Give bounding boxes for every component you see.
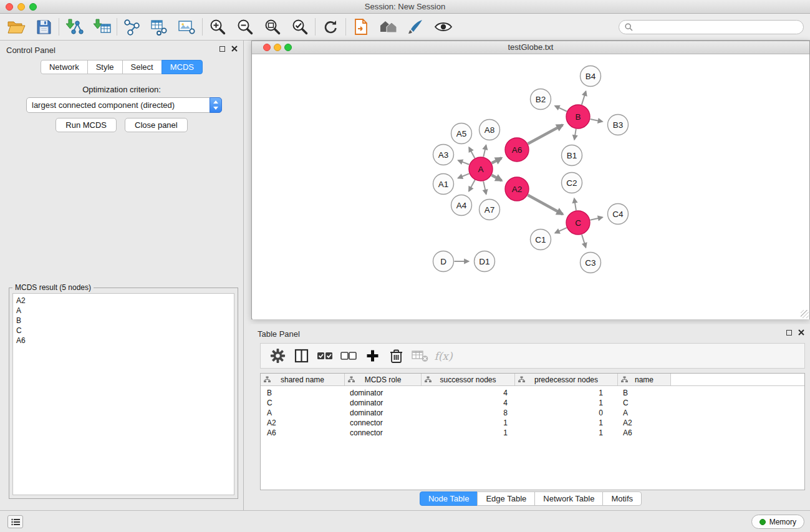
graph-node-A2[interactable]: A2	[505, 177, 529, 201]
table-cell[interactable]: 1	[515, 428, 618, 438]
table-cell[interactable]: A2	[618, 418, 671, 428]
table-cell[interactable]: C	[618, 398, 671, 408]
graph-node-B4[interactable]: B4	[581, 66, 601, 87]
graph-node-A6[interactable]: A6	[505, 138, 529, 162]
graph-node-A3[interactable]: A3	[433, 145, 454, 165]
zoom-fit-button[interactable]	[259, 16, 286, 38]
new-network-button[interactable]	[118, 16, 146, 38]
graph-edge-B-B2[interactable]	[555, 106, 567, 112]
graph-edge-A-A7[interactable]	[483, 181, 486, 195]
graph-edge-A6-B[interactable]	[528, 125, 563, 143]
mcds-result-item[interactable]: A2	[16, 296, 231, 306]
criterion-dropdown[interactable]: largest connected component (directed)	[26, 97, 222, 113]
select-all-columns-button[interactable]	[313, 346, 337, 367]
import-network-button[interactable]	[60, 16, 88, 38]
table-row[interactable]: Adominator80A	[261, 408, 804, 418]
graph-edge-A-A1[interactable]	[458, 173, 470, 178]
close-window-button[interactable]	[6, 3, 13, 11]
delete-table-button[interactable]	[408, 346, 432, 367]
show-columns-button[interactable]	[289, 346, 313, 367]
tab-network-table[interactable]: Network Table	[534, 491, 603, 506]
graph-node-A[interactable]: A	[469, 157, 493, 181]
column-header-mcds-role[interactable]: MCDS role	[345, 374, 422, 385]
column-header-predecessor-nodes[interactable]: predecessor nodes	[515, 374, 618, 385]
table-row[interactable]: Cdominator41C	[261, 398, 804, 408]
export-image-button[interactable]	[173, 16, 201, 38]
graph-node-A4[interactable]: A4	[451, 195, 472, 216]
graph-edge-A-A6[interactable]	[492, 158, 502, 163]
graph-edge-C-C3[interactable]	[582, 235, 586, 248]
table-cell[interactable]: A2	[261, 418, 345, 428]
graph-node-C2[interactable]: C2	[562, 173, 582, 193]
column-header-successor-nodes[interactable]: successor nodes	[422, 374, 515, 385]
graph-node-B1[interactable]: B1	[562, 145, 582, 166]
add-row-button[interactable]	[360, 346, 384, 367]
graph-node-B3[interactable]: B3	[608, 115, 629, 135]
table-cell[interactable]: dominator	[345, 388, 422, 398]
style-brush-button[interactable]	[402, 16, 430, 38]
float-panel-icon[interactable]	[219, 46, 225, 52]
save-session-button[interactable]	[30, 16, 57, 38]
close-panel-icon[interactable]	[231, 46, 238, 52]
graph-edge-B-B1[interactable]	[574, 129, 576, 140]
memory-button[interactable]: Memory	[751, 515, 804, 529]
table-cell[interactable]: A6	[261, 428, 345, 438]
graph-node-C3[interactable]: C3	[581, 253, 601, 273]
table-cell[interactable]: C	[261, 398, 345, 408]
run-mcds-button[interactable]: Run MCDS	[55, 118, 117, 132]
table-cell[interactable]: A	[618, 408, 671, 418]
graph-edge-C-C1[interactable]	[555, 228, 567, 233]
zoom-in-button[interactable]	[204, 16, 231, 38]
tab-edge-table[interactable]: Edge Table	[477, 491, 535, 506]
table-cell[interactable]: 4	[422, 388, 515, 398]
network-table-button[interactable]	[146, 16, 173, 38]
apply-layout-button[interactable]	[317, 16, 344, 38]
network-canvas[interactable]: AA1A2A3A4A5A6A7A8BB1B2B3B4CC1C2C3C4DD1	[253, 55, 809, 319]
graph-edge-A-A2[interactable]	[492, 175, 502, 181]
zoom-selected-button[interactable]	[286, 16, 314, 38]
table-cell[interactable]: 1	[515, 398, 618, 408]
network-window-titlebar[interactable]: testGlobe.txt	[252, 41, 809, 54]
table-cell[interactable]: A6	[618, 428, 671, 438]
table-row[interactable]: A6connector11A6	[261, 428, 804, 438]
table-cell[interactable]: dominator	[345, 408, 422, 418]
graph-edge-C-C4[interactable]	[591, 217, 603, 220]
zoom-window-button[interactable]	[29, 3, 37, 11]
graph-node-A8[interactable]: A8	[480, 120, 500, 140]
table-cell[interactable]: B	[618, 388, 671, 398]
graph-edge-A2-C[interactable]	[528, 195, 563, 215]
tab-network[interactable]: Network	[41, 60, 88, 74]
table-cell[interactable]: dominator	[345, 398, 422, 408]
minimize-network-window-button[interactable]	[274, 44, 281, 51]
mcds-result-item[interactable]: A	[16, 306, 231, 316]
mcds-result-list[interactable]: A2ABCA6	[12, 293, 234, 495]
search-field[interactable]	[619, 20, 804, 34]
table-cell[interactable]: 1	[515, 388, 618, 398]
table-cell[interactable]: connector	[345, 418, 422, 428]
graph-node-A5[interactable]: A5	[451, 123, 472, 144]
table-cell[interactable]: 8	[422, 408, 515, 418]
open-document-button[interactable]	[347, 16, 375, 38]
graph-edge-A-A5[interactable]	[469, 147, 475, 158]
graph-node-C4[interactable]: C4	[608, 204, 629, 225]
tab-style[interactable]: Style	[87, 60, 123, 74]
float-panel-icon[interactable]	[786, 330, 792, 336]
graph-edge-A-A4[interactable]	[469, 180, 475, 191]
zoom-out-button[interactable]	[231, 16, 259, 38]
table-cell[interactable]: A	[261, 408, 345, 418]
open-session-button[interactable]	[2, 16, 30, 38]
table-settings-button[interactable]	[266, 346, 289, 367]
graph-node-D1[interactable]: D1	[475, 251, 495, 272]
close-panel-button[interactable]: Close panel	[125, 118, 188, 132]
table-cell[interactable]: 0	[515, 408, 618, 418]
tab-select[interactable]: Select	[122, 60, 162, 74]
table-row[interactable]: Bdominator41B	[261, 388, 804, 398]
tab-node-table[interactable]: Node Table	[420, 491, 478, 506]
table-cell[interactable]: 1	[422, 428, 515, 438]
show-hide-button[interactable]	[430, 16, 457, 38]
mcds-result-item[interactable]: A6	[16, 336, 231, 346]
graph-edge-A-A3[interactable]	[458, 160, 470, 165]
deselect-all-columns-button[interactable]	[337, 346, 360, 367]
table-cell[interactable]: 1	[422, 418, 515, 428]
graph-edge-B-B3[interactable]	[591, 119, 602, 122]
